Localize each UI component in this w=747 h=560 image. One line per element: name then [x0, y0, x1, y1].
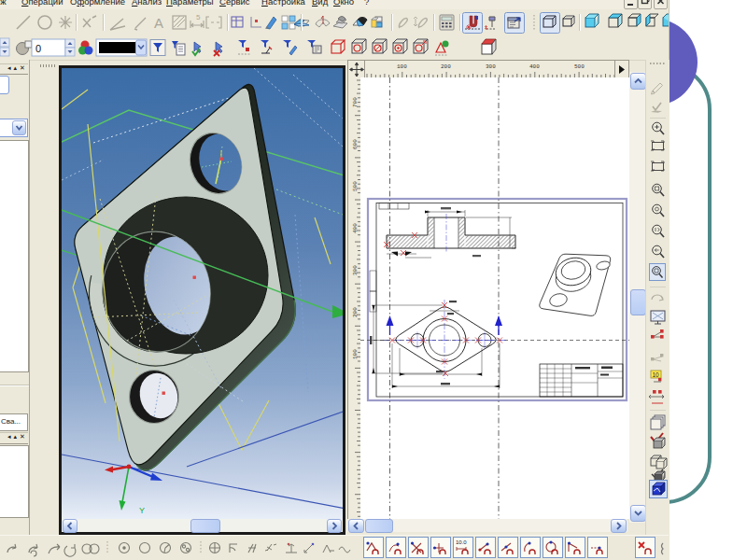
svg-text:10.0: 10.0 [456, 539, 467, 545]
svg-text:10: 10 [653, 371, 660, 378]
svg-text:400: 400 [529, 63, 540, 70]
svg-text:300: 300 [486, 63, 496, 70]
svg-text:200: 200 [352, 307, 359, 317]
svg-text:A: A [154, 15, 163, 31]
svg-text:700: 700 [352, 97, 359, 107]
svg-text:100: 100 [352, 349, 359, 359]
svg-text:5: 5 [196, 13, 201, 21]
svg-text:500: 500 [574, 63, 585, 70]
svg-text:500: 500 [352, 181, 359, 191]
svg-text:400: 400 [352, 223, 359, 233]
svg-text:0: 0 [35, 43, 41, 54]
svg-text:100: 100 [397, 63, 407, 70]
svg-text:200: 200 [441, 63, 451, 70]
svg-text:600: 600 [352, 139, 359, 149]
svg-text:300: 300 [352, 265, 359, 275]
svg-text:Y: Y [139, 506, 145, 515]
